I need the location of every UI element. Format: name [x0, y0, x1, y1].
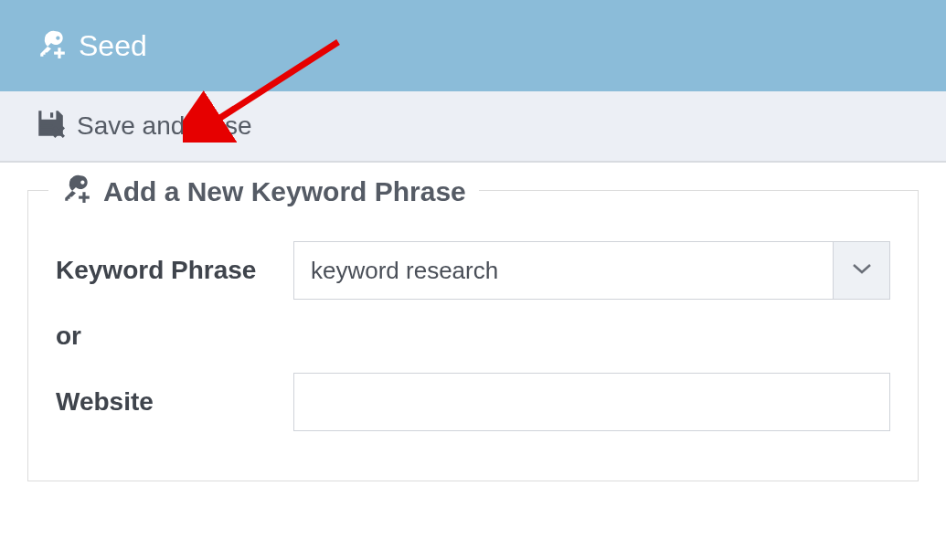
- keyword-phrase-label: Keyword Phrase: [56, 256, 293, 285]
- or-label: or: [56, 322, 890, 351]
- key-plus-icon: [37, 28, 68, 63]
- toolbar: Save and close: [0, 91, 946, 163]
- save-close-icon: [35, 108, 66, 145]
- keyword-phrase-dropdown-trigger[interactable]: [834, 241, 890, 300]
- website-row: Website: [56, 373, 890, 431]
- keyword-phrase-input[interactable]: [293, 241, 834, 300]
- website-input[interactable]: [293, 373, 890, 431]
- header-bar: Seed: [0, 0, 946, 91]
- keyword-phrase-row: Keyword Phrase: [56, 241, 890, 300]
- fieldset-legend: Add a New Keyword Phrase: [48, 173, 479, 210]
- fieldset-legend-text: Add a New Keyword Phrase: [103, 176, 466, 207]
- website-label: Website: [56, 387, 293, 417]
- chevron-down-icon: [852, 262, 872, 279]
- svg-rect-1: [54, 52, 65, 55]
- save-and-close-button[interactable]: Save and close: [35, 108, 251, 145]
- key-plus-icon: [61, 173, 92, 210]
- add-keyword-fieldset: Add a New Keyword Phrase Keyword Phrase …: [27, 190, 919, 481]
- header-title: Seed: [79, 29, 147, 63]
- svg-rect-8: [79, 196, 90, 199]
- save-and-close-label: Save and close: [77, 111, 251, 141]
- content-area: Add a New Keyword Phrase Keyword Phrase …: [0, 163, 946, 481]
- keyword-phrase-combo: [293, 241, 890, 300]
